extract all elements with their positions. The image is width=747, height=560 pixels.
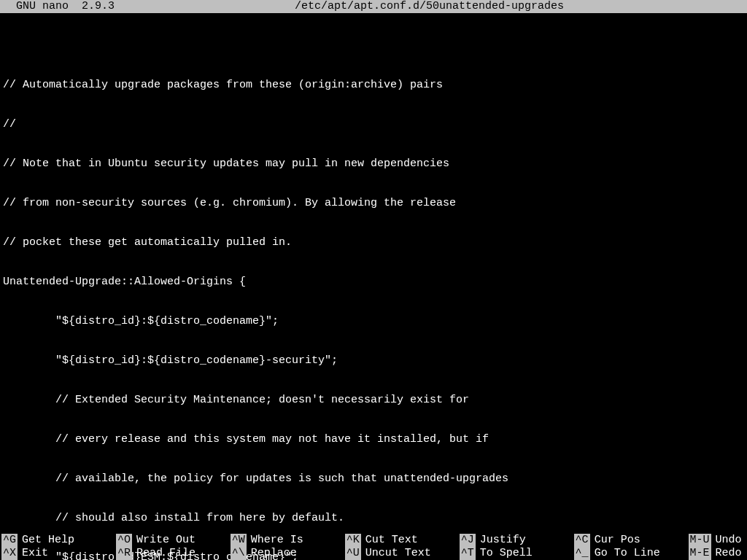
shortcut-read-file[interactable]: ^RRead File [116,547,231,560]
editor-line: // Note that in Ubuntu security updates … [3,158,744,171]
shortcut-cur-pos[interactable]: ^CCur Pos [574,534,689,547]
shortcut-go-to-line[interactable]: ^_Go To Line [574,547,689,560]
editor-line: // available, the policy for updates is … [3,472,744,486]
key-label: ^U [345,547,361,560]
editor-line: Unattended-Upgrade::Allowed-Origins { [3,276,744,289]
shortcut-row-2: ^XExit ^RRead File ^\Replace ^UUncut Tex… [1,547,746,560]
editor-line: "${distro_id}:${distro_codename}-securit… [3,354,744,368]
file-path: /etc/apt/apt.conf.d/50unattended-upgrade… [115,0,744,13]
shortcut-label: Read File [136,547,196,560]
title-bar: GNU nano 2.9.3 /etc/apt/apt.conf.d/50una… [0,0,747,13]
key-label: ^_ [574,547,590,560]
shortcut-label: Write Out [136,534,196,547]
shortcut-undo[interactable]: M-UUndo [689,534,746,547]
editor-line: // Extended Security Maintenance; doesn'… [3,394,744,407]
key-label: ^R [116,547,132,560]
shortcut-cut-text[interactable]: ^KCut Text [345,534,460,547]
editor-line: // Automatically upgrade packages from t… [3,79,744,92]
shortcut-label: Where Is [251,534,303,547]
shortcut-redo[interactable]: M-ERedo [689,547,746,560]
key-label: M-E [689,547,711,560]
shortcut-label: Get Help [22,534,74,547]
editor-line: // every release and this system may not… [3,433,744,446]
key-label: ^X [1,547,18,560]
editor-line: "${distro_id}:${distro_codename}"; [3,315,744,328]
shortcut-label: Justify [480,534,526,547]
shortcut-row-1: ^GGet Help ^OWrite Out ^WWhere Is ^KCut … [1,534,746,547]
key-label: ^J [460,534,476,547]
shortcut-uncut-text[interactable]: ^UUncut Text [345,547,460,560]
shortcut-to-spell[interactable]: ^TTo Spell [460,547,574,560]
shortcut-label: Undo [716,534,742,547]
shortcut-label: Go To Line [595,547,660,560]
shortcut-get-help[interactable]: ^GGet Help [1,534,116,547]
key-label: ^C [574,534,590,547]
editor-line: // from non-security sources (e.g. chrom… [3,197,744,210]
shortcut-exit[interactable]: ^XExit [1,547,116,560]
editor-line: // should also install from here by defa… [3,512,744,525]
key-label: M-U [689,534,711,547]
key-label: ^T [460,547,476,560]
shortcut-write-out[interactable]: ^OWrite Out [116,534,231,547]
app-name: GNU nano 2.9.3 [3,0,115,13]
editor-line [3,39,744,52]
key-label: ^O [116,534,132,547]
shortcut-label: Uncut Text [365,547,431,560]
editor-line: // [3,118,744,131]
editor-content[interactable]: // Automatically upgrade packages from t… [0,13,747,534]
editor-line: // pocket these get automatically pulled… [3,236,744,249]
key-label: ^W [231,534,247,547]
shortcut-justify[interactable]: ^JJustify [460,534,574,547]
shortcut-where-is[interactable]: ^WWhere Is [231,534,345,547]
shortcut-label: Cur Pos [595,534,640,547]
shortcut-label: Cut Text [365,534,418,547]
key-label: ^K [345,534,361,547]
key-label: ^\ [231,547,247,560]
shortcut-label: Replace [251,547,297,560]
shortcut-replace[interactable]: ^\Replace [231,547,345,560]
shortcut-label: Exit [22,547,48,560]
shortcut-bar: ^GGet Help ^OWrite Out ^WWhere Is ^KCut … [0,534,747,560]
shortcut-label: To Spell [480,547,533,560]
key-label: ^G [1,534,18,547]
shortcut-label: Redo [716,547,742,560]
